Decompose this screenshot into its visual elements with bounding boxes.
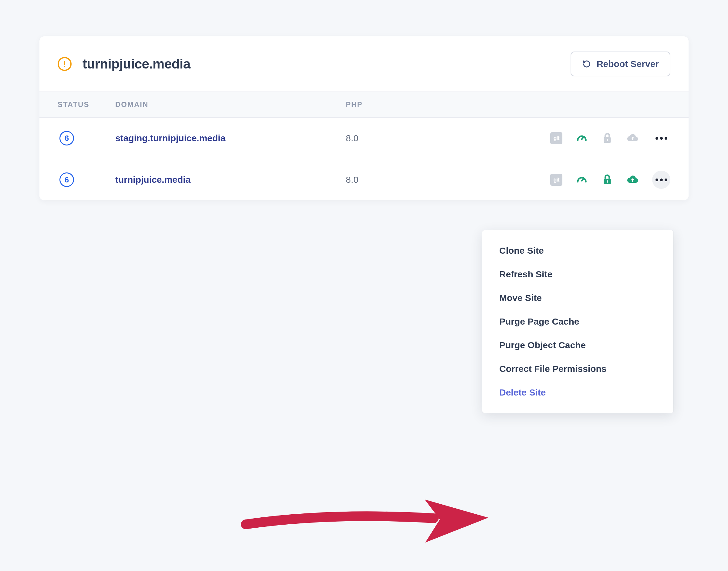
reboot-server-button[interactable]: Reboot Server [570,51,670,76]
dropdown-item[interactable]: Purge Object Cache [482,333,673,357]
domain-link[interactable]: turnipjuice.media [115,175,190,185]
cloud-upload-icon[interactable] [627,174,639,186]
cloud-upload-icon[interactable] [627,132,639,144]
php-version: 8.0 [346,133,359,143]
gauge-icon[interactable] [576,132,588,144]
dropdown-item[interactable]: Purge Page Cache [482,310,673,333]
dropdown-item-delete-site[interactable]: Delete Site [482,381,673,404]
status-badge[interactable]: 6 [60,173,74,187]
annotation-arrow [240,494,494,561]
table-row: 6 staging.turnipjuice.media 8.0 git [39,118,689,159]
server-card: ! turnipjuice.media Reboot Server STATUS… [39,36,689,200]
table-row: 6 turnipjuice.media 8.0 git [39,159,689,200]
svg-rect-2 [607,139,608,141]
site-actions-dropdown: Clone SiteRefresh SiteMove SitePurge Pag… [482,230,673,413]
reboot-icon [582,60,591,69]
dropdown-item[interactable]: Move Site [482,286,673,310]
more-actions-button[interactable] [652,170,670,189]
domain-link[interactable]: staging.turnipjuice.media [115,133,225,143]
dropdown-item[interactable]: Clone Site [482,239,673,262]
git-icon[interactable]: git [550,174,562,186]
col-status-header: STATUS [58,100,115,109]
reboot-label: Reboot Server [597,59,659,69]
col-domain-header: DOMAIN [115,100,346,109]
svg-line-0 [582,137,584,139]
dropdown-item[interactable]: Refresh Site [482,262,673,286]
col-php-header: PHP [346,100,437,109]
server-title: turnipjuice.media [83,56,190,72]
svg-marker-6 [425,499,488,543]
status-badge[interactable]: 6 [60,131,74,145]
warning-icon: ! [58,57,72,71]
lock-icon[interactable] [601,132,613,144]
dropdown-item[interactable]: Correct File Permissions [482,357,673,381]
svg-rect-5 [607,180,608,183]
php-version: 8.0 [346,175,359,185]
lock-icon[interactable] [601,174,613,186]
git-icon[interactable]: git [550,132,562,144]
card-header: ! turnipjuice.media Reboot Server [39,36,689,92]
svg-line-3 [582,178,584,181]
gauge-icon[interactable] [576,174,588,186]
table-header: STATUS DOMAIN PHP [39,92,689,118]
more-actions-button[interactable] [652,129,670,147]
